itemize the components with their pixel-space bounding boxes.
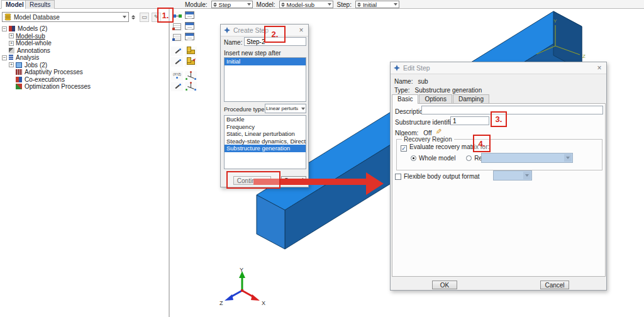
tree-item-analysis[interactable]: Analysis [0, 54, 167, 61]
description-input[interactable] [421, 106, 603, 114]
chevron-down-icon[interactable] [247, 3, 251, 6]
top-bar: Model Results Module: Step Model: Model-… [0, 0, 644, 9]
procedure-list: Buckle Frequency Static, Linear perturba… [224, 115, 306, 169]
tree-item-jobs[interactable]: Jobs (2) [0, 62, 167, 69]
chevron-down-icon[interactable] [301, 108, 305, 110]
edit-step-title-bar[interactable]: Edit Step × [391, 62, 606, 74]
jobs-icon [16, 62, 22, 68]
tab-options[interactable]: Options [419, 94, 452, 104]
step-label: Step: [337, 1, 352, 8]
flexible-body-format-combo [493, 170, 532, 181]
history-output-manager-icon[interactable] [185, 33, 194, 40]
adaptive-mesh-region-icon[interactable] [185, 47, 197, 56]
insert-after-list: Initial [224, 57, 306, 102]
triad-y-label: Y [240, 267, 243, 273]
dialog-title: Edit Step [403, 64, 430, 72]
annotation-box-3: 3. [491, 111, 507, 127]
tab-damping[interactable]: Damping [453, 94, 489, 104]
list-item-steady-state[interactable]: Steady-state dynamics, Direct [225, 138, 306, 145]
create-history-output-icon[interactable] [173, 34, 181, 41]
type-row: Type:Substructure generation [394, 87, 482, 94]
annotation-box-2: 2. [264, 26, 286, 43]
spinner-icon[interactable] [281, 3, 285, 7]
expand-icon[interactable] [9, 62, 14, 67]
tree-item-adaptivity[interactable]: Adaptivity Processes [0, 69, 167, 75]
module-combo[interactable]: Step [211, 1, 253, 8]
flexible-body-checkbox[interactable] [395, 174, 401, 180]
list-item-buckle[interactable]: Buckle [225, 116, 306, 123]
insert-after-label: Insert new step after [224, 50, 281, 57]
model-combo[interactable]: Model-sub [279, 1, 333, 8]
step-combo[interactable]: Initial [355, 1, 399, 8]
region-radio[interactable] [466, 155, 472, 161]
abaqus-cae-window: Y Z Y X Z Model Results Module: Step Mod… [0, 0, 644, 317]
step-manager-icon[interactable] [185, 11, 194, 19]
csys-triad-icon[interactable] [185, 82, 197, 91]
query-icon[interactable] [171, 47, 183, 56]
procedure-type-combo[interactable]: Linear perturbation [265, 104, 306, 113]
ok-button[interactable]: OK [432, 281, 457, 289]
chevron-down-icon[interactable] [328, 3, 331, 6]
field-output-manager-icon[interactable] [185, 22, 194, 30]
create-field-output-icon[interactable] [173, 23, 181, 30]
axis-triad-icon[interactable] [185, 71, 197, 81]
xyz-coordinates-icon[interactable]: (XYZ) [171, 71, 183, 81]
recovery-region-label: Recovery Region [402, 136, 454, 143]
tree-item-model-whole[interactable]: Model-whole [0, 40, 167, 47]
model-tree: Models (2) Model-sub Model-whole Annotat… [0, 25, 167, 91]
list-item-frequency[interactable]: Frequency [225, 123, 306, 131]
expand-icon[interactable] [9, 41, 14, 46]
panel-divider[interactable] [169, 9, 170, 317]
list-item-static-linear[interactable]: Static, Linear perturbation [225, 130, 306, 138]
cancel-button[interactable]: Cancel [281, 176, 306, 185]
analysis-icon [9, 55, 13, 60]
chevron-down-icon [523, 172, 531, 179]
collapse-icon[interactable] [2, 55, 7, 60]
tree-spinner-icon[interactable] [131, 15, 135, 19]
datum-icon[interactable] [171, 82, 183, 91]
close-icon[interactable]: × [595, 64, 604, 72]
region-select-combo [481, 153, 573, 163]
step-toolbox: (XYZ) [171, 11, 199, 91]
dialog-title: Create Step [233, 26, 269, 34]
basic-tab-panel: Description: Substructure identifier: Z … [392, 103, 606, 277]
spinner-icon[interactable] [357, 3, 361, 7]
model-database-combo[interactable]: Model Database [2, 12, 129, 22]
whole-model-radio[interactable] [411, 155, 416, 161]
tree-item-optimization[interactable]: Optimization Processes [0, 83, 167, 90]
edit-pencil-icon[interactable]: ✎ [434, 128, 443, 135]
procedure-type-label: Procedure type: [224, 106, 266, 113]
tab-results[interactable]: Results [25, 0, 55, 9]
tab-basic[interactable]: Basic [392, 94, 418, 104]
substructure-identifier-input[interactable] [450, 116, 489, 125]
recovery-region-group: Recovery Region ✓Evaluate recovery matri… [396, 139, 602, 170]
database-icon [4, 13, 11, 21]
pin-panel-icon[interactable]: ▭ [140, 13, 149, 22]
viewport-triad [225, 271, 260, 301]
create-step-dialog: Create Step × Name: Insert new step afte… [220, 24, 309, 187]
adaptive-mesh-constraint-icon[interactable] [185, 57, 197, 67]
annotation-box-continue [226, 171, 280, 189]
close-icon[interactable]: × [297, 26, 306, 35]
chevron-down-icon[interactable] [123, 16, 126, 18]
evaluate-recovery-checkbox[interactable]: ✓ [401, 145, 407, 152]
expand-icon[interactable] [9, 33, 14, 38]
triad-z-label: Z [219, 300, 223, 306]
name-row: Name:sub [394, 78, 428, 85]
edit-attributes-icon[interactable] [171, 57, 183, 67]
model-label: Model: [257, 1, 275, 8]
tree-item-co-executions[interactable]: Co-executions [0, 76, 167, 83]
collapse-icon[interactable] [2, 26, 7, 31]
annotation-box-1: 1. [157, 8, 174, 23]
cancel-button[interactable]: Cancel [540, 281, 569, 289]
chevron-down-icon[interactable] [394, 3, 397, 6]
tree-item-models[interactable]: Models (2) [0, 25, 167, 32]
tree-item-annotations[interactable]: Annotations [0, 47, 167, 54]
list-item-initial[interactable]: Initial [225, 58, 306, 65]
tab-model[interactable]: Model [1, 0, 28, 9]
step-name-value: sub [418, 78, 428, 85]
edit-step-tabs: Basic Options Damping [392, 94, 490, 104]
spinner-icon[interactable] [213, 3, 217, 7]
tree-item-model-sub[interactable]: Model-sub [0, 33, 167, 40]
list-item-substructure-generation[interactable]: Substructure generation [225, 145, 306, 152]
